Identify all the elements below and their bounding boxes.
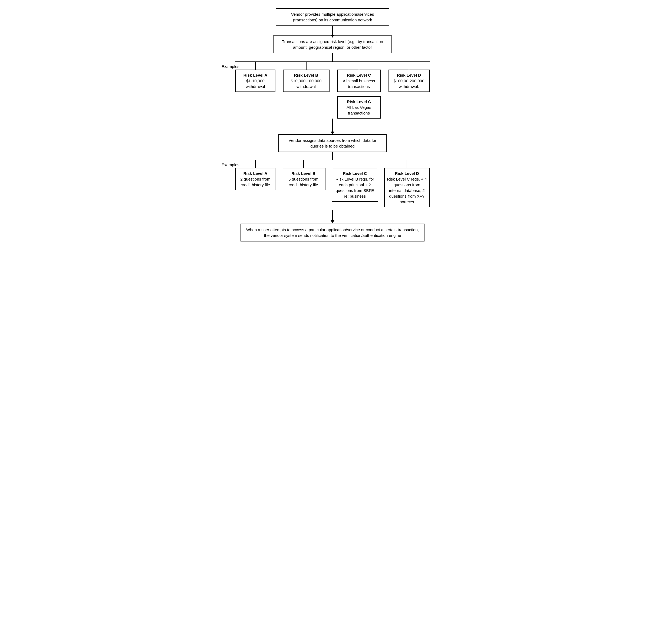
v-line-2 — [332, 118, 333, 132]
v-stub-a2 — [255, 160, 256, 168]
risk-level-c-2: Risk Level C Risk Level B reqs. for each… — [332, 168, 378, 202]
vendor-assigns-box: Vendor assigns data sources from which d… — [279, 134, 386, 152]
branch-col-b2: Risk Level B 5 questions from credit his… — [281, 160, 326, 190]
v-stub-a1 — [255, 61, 256, 70]
branch-col-b1: Risk Level B $10,000-100,000 withdrawal — [282, 61, 330, 92]
branch-section-2: Examples: Risk Level A 2 questions from … — [222, 152, 443, 210]
branch-col-a2: Risk Level A 2 questions from credit his… — [235, 160, 276, 190]
arrow-3-head — [330, 220, 335, 223]
top-box: Vendor provides multiple applications/se… — [276, 8, 389, 26]
v-stub-d1 — [409, 61, 409, 70]
risk-level-a-2: Risk Level A 2 questions from credit his… — [235, 168, 276, 190]
v-stub-c1 — [359, 61, 359, 70]
v-stub-b2 — [303, 160, 304, 168]
risk-level-d-1: Risk Level D $100,00-200,000 withdrawal. — [388, 70, 430, 92]
risk-level-b-2: Risk Level B 5 questions from credit his… — [282, 168, 325, 190]
v-stub-c1b — [359, 92, 359, 96]
arrow-2-head — [330, 132, 335, 134]
v-stub-d2 — [406, 160, 407, 168]
v-line-3 — [332, 152, 333, 160]
h-line-2 — [235, 160, 430, 160]
second-box: Transactions are assigned risk level (e.… — [273, 35, 392, 53]
v-stub-c2 — [355, 160, 355, 168]
bottom-box: When a user attempts to access a particu… — [241, 224, 424, 241]
v-line-1 — [332, 53, 333, 61]
examples-label-1: Examples: — [222, 64, 241, 69]
examples-label-2: Examples: — [222, 162, 241, 167]
branch-col-d1: Risk Level D $100,00-200,000 withdrawal. — [388, 61, 430, 92]
branch-section-1: Examples: Risk Level A $1-10,000 withdra… — [222, 53, 443, 118]
branch-col-d2: Risk Level D Risk Level C reqs. + 4 ques… — [384, 160, 430, 207]
flowchart: Vendor provides multiple applications/se… — [222, 8, 443, 241]
risk-level-c-1b: Risk Level C All Las Vegas transactions — [337, 96, 381, 118]
h-line-1 — [235, 61, 430, 62]
arrow-1 — [332, 26, 333, 35]
branch-col-c2: Risk Level C Risk Level B reqs. for each… — [331, 160, 379, 202]
branch-col-c1: Risk Level C All small business transact… — [337, 61, 381, 118]
risk-level-row-2: Risk Level A 2 questions from credit his… — [222, 160, 443, 207]
risk-level-row-1: Risk Level A $1-10,000 withdrawal Risk L… — [222, 61, 443, 118]
branch-2-container: Examples: Risk Level A 2 questions from … — [222, 160, 443, 210]
v-stub-b1 — [306, 61, 306, 70]
risk-level-d-2: Risk Level D Risk Level C reqs. + 4 ques… — [384, 168, 430, 207]
v-line-4 — [332, 210, 333, 221]
risk-level-b-1: Risk Level B $10,000-100,000 withdrawal — [283, 70, 329, 92]
arrow-section-2 — [222, 118, 443, 134]
risk-level-a-1: Risk Level A $1-10,000 withdrawal — [235, 70, 276, 92]
branch-col-a1: Risk Level A $1-10,000 withdrawal — [235, 61, 276, 92]
branch-1-container: Examples: Risk Level A $1-10,000 withdra… — [222, 61, 443, 118]
risk-level-c-1a: Risk Level C All small business transact… — [337, 70, 381, 92]
arrow-section-3 — [330, 210, 335, 223]
